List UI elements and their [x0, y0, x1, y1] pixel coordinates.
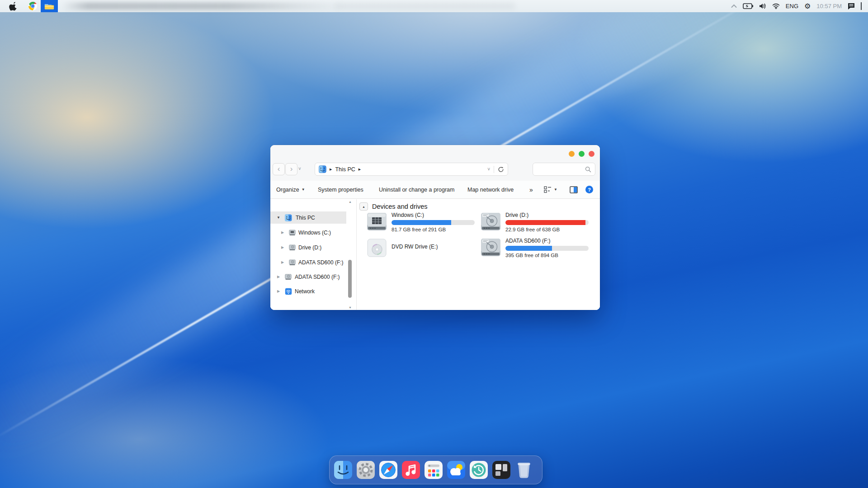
- organize-button[interactable]: Organize▼: [276, 181, 305, 198]
- drive-item-dvd-e[interactable]: DVD RW Drive (E:): [366, 237, 477, 262]
- dock-item-windows-tiles[interactable]: [492, 460, 511, 479]
- hard-drive-icon: [366, 211, 387, 232]
- tiles-icon: [492, 460, 511, 479]
- preview-pane-button[interactable]: [570, 181, 578, 198]
- drive-free-space: 395 GB free of 894 GB: [505, 253, 590, 258]
- drive-item-adata-f[interactable]: ADATA SD600 (F:) 395 GB free of 894 GB: [480, 237, 591, 262]
- recent-locations-chevron-icon[interactable]: ˅: [298, 166, 301, 171]
- finder-icon: [319, 165, 326, 173]
- menubar-status-area: ENG ⚙ 10:57 PM: [731, 0, 868, 12]
- zoom-button[interactable]: [579, 151, 585, 157]
- capacity-bar-fill: [392, 220, 451, 225]
- dock-item-safari[interactable]: [379, 460, 398, 479]
- change-view-button[interactable]: ▼: [544, 181, 557, 198]
- drive-name: ADATA SD600 (F:): [505, 238, 590, 244]
- wifi-icon[interactable]: [772, 3, 780, 9]
- dock-item-weather[interactable]: [447, 460, 466, 479]
- menu-bar: ENG ⚙ 10:57 PM: [0, 0, 868, 12]
- dock-item-time-machine[interactable]: [469, 460, 488, 479]
- dock-item-finder[interactable]: [334, 460, 353, 479]
- sidebar-item-drive-d[interactable]: ▶ Drive (D:): [270, 241, 346, 253]
- window-body: ▼ This PC ▶ Windows (C:) ▶: [270, 199, 600, 310]
- collapse-section-icon[interactable]: ▲: [359, 202, 368, 211]
- volume-icon[interactable]: [759, 3, 766, 9]
- dvd-drive-icon: [366, 237, 387, 258]
- hard-drive-icon: [289, 230, 296, 236]
- drive-item-windows-c[interactable]: Windows (C:) 81.7 GB free of 291 GB: [366, 211, 477, 236]
- back-button[interactable]: ‹: [273, 163, 285, 175]
- file-explorer-menubar-item[interactable]: [41, 0, 58, 12]
- notification-icon[interactable]: [848, 3, 855, 9]
- dock-item-music[interactable]: [401, 460, 420, 479]
- settings-gear-icon[interactable]: ⚙: [804, 3, 811, 10]
- map-network-drive-button[interactable]: Map network drive: [467, 181, 514, 198]
- collapse-arrow-icon[interactable]: ▶: [276, 289, 281, 293]
- music-note-icon: [401, 460, 420, 479]
- finder-icon: [334, 460, 353, 479]
- refresh-icon[interactable]: [498, 166, 504, 173]
- section-header: ▲ Devices and drives: [359, 202, 428, 211]
- apple-icon: [9, 2, 17, 11]
- menubar-clock[interactable]: 10:57 PM: [816, 3, 842, 9]
- command-toolbar: Organize▼ System properties Uninstall or…: [270, 181, 600, 199]
- drive-free-space: 81.7 GB free of 291 GB: [392, 227, 476, 232]
- chevron-up-icon[interactable]: [731, 4, 737, 8]
- sidebar-item-adata-f-child[interactable]: ▶ ADATA SD600 (F:): [270, 256, 346, 268]
- sidebar-item-adata-f[interactable]: ▶ ADATA SD600 (F:): [270, 271, 346, 283]
- dock: [329, 455, 542, 484]
- sidebar-item-windows-c[interactable]: ▶ Windows (C:): [270, 226, 346, 239]
- chrome-menubar-item[interactable]: [27, 0, 38, 12]
- sidebar-item-this-pc[interactable]: ▼ This PC: [270, 211, 346, 224]
- collapse-arrow-icon[interactable]: ▶: [280, 245, 285, 249]
- scrollbar-thumb[interactable]: [348, 260, 352, 298]
- forward-button[interactable]: ›: [285, 163, 297, 175]
- system-properties-button[interactable]: System properties: [318, 181, 363, 198]
- apple-menu[interactable]: [6, 0, 19, 12]
- section-title: Devices and drives: [372, 203, 428, 210]
- toolbar-overflow-icon[interactable]: »: [529, 181, 533, 198]
- launchpad-icon: [424, 460, 443, 479]
- drive-item-d[interactable]: Drive (D:) 22.9 GB free of 638 GB: [480, 211, 591, 236]
- sidebar-item-network[interactable]: ▶ Network: [270, 285, 346, 297]
- capacity-bar: [392, 220, 475, 225]
- dock-item-system-preferences[interactable]: [356, 460, 375, 479]
- language-indicator[interactable]: ENG: [786, 3, 798, 9]
- capacity-bar: [505, 246, 589, 251]
- uninstall-program-button[interactable]: Uninstall or change a program: [379, 181, 454, 198]
- search-input[interactable]: [537, 166, 585, 173]
- scroll-down-icon[interactable]: ▼: [348, 306, 352, 309]
- weather-icon: [447, 460, 466, 479]
- expand-arrow-icon[interactable]: ▼: [276, 216, 281, 220]
- address-bar[interactable]: ▶ This PC ▶ ˅: [315, 163, 508, 176]
- close-button[interactable]: [589, 151, 594, 157]
- dock-item-trash[interactable]: [514, 460, 533, 479]
- breadcrumb-arrow-icon[interactable]: ▶: [359, 168, 361, 171]
- collapse-arrow-icon[interactable]: ▶: [276, 275, 281, 279]
- traffic-lights: [569, 151, 594, 157]
- window-titlebar[interactable]: [270, 145, 600, 160]
- help-icon: ?: [585, 186, 593, 193]
- dropdown-caret-icon: ▼: [554, 188, 557, 192]
- drive-name: Windows (C:): [392, 212, 476, 219]
- breadcrumb-path[interactable]: This PC: [335, 166, 355, 173]
- minimize-button[interactable]: [569, 151, 575, 157]
- hard-drive-icon: [289, 259, 296, 266]
- collapse-arrow-icon[interactable]: ▶: [280, 260, 285, 264]
- help-button[interactable]: ?: [585, 181, 593, 198]
- text-caret: [861, 2, 862, 10]
- hard-drive-open-icon: [480, 237, 501, 258]
- battery-icon[interactable]: [743, 3, 753, 9]
- collapse-arrow-icon[interactable]: ▶: [280, 230, 285, 235]
- capacity-bar-fill: [505, 246, 552, 251]
- navigation-pane: ▼ This PC ▶ Windows (C:) ▶: [270, 199, 357, 310]
- search-box[interactable]: [533, 163, 595, 176]
- scroll-up-icon[interactable]: ▲: [348, 200, 352, 203]
- safari-compass-icon: [379, 460, 398, 479]
- hard-drive-open-icon: [480, 211, 501, 232]
- dock-item-launchpad[interactable]: [424, 460, 443, 479]
- address-dropdown-icon[interactable]: ˅: [487, 167, 490, 172]
- capacity-bar: [505, 220, 589, 225]
- sidebar-scrollbar[interactable]: ▲ ▼: [347, 200, 353, 309]
- capacity-bar-fill: [505, 220, 585, 225]
- finder-icon: [285, 214, 292, 221]
